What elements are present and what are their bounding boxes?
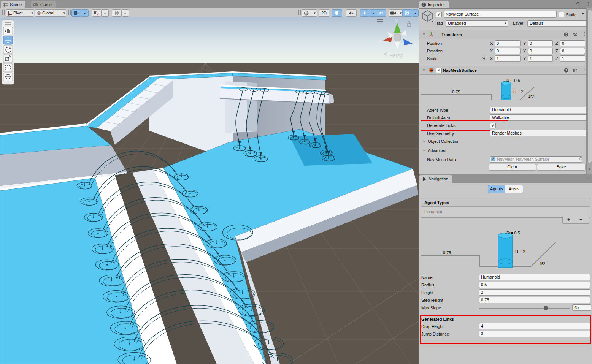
help-icon[interactable]: ? [564,68,568,73]
help-icon[interactable]: ? [564,32,568,37]
svg-text:?: ? [565,68,567,72]
rotation-x-field[interactable]: 0 [495,48,521,54]
toolbar-separator [68,10,71,15]
advanced-foldout[interactable]: Advanced [428,147,446,154]
scale-y-field[interactable]: 1 [528,55,553,62]
rotation-z-field[interactable]: 0 [560,48,585,54]
shading-mode-button[interactable]: ▾ [302,9,317,17]
gameobject-active-checkbox[interactable]: ✓ [436,12,442,17]
position-x-field[interactable]: 0 [495,40,521,46]
default-area-dropdown[interactable]: Walkable▾ [490,114,590,121]
gameobject-name-field[interactable]: NavMesh Surface [444,11,557,18]
inspector-menu-icon[interactable]: ⋮ [586,1,590,6]
grid-snap-button[interactable] [92,9,102,17]
agent-type-row-humanoid[interactable]: Humanoid [424,209,443,215]
game-icon [33,3,38,7]
scale-z-field[interactable]: 1 [560,55,585,62]
drop-height-field[interactable]: 4 [479,323,590,329]
navmeshsurface-enabled-checkbox[interactable]: ✓ [436,68,442,73]
position-z-field[interactable]: 0 [560,40,585,46]
agents-tab-button[interactable]: Agents [488,185,505,193]
effects-toggle[interactable] [360,9,370,17]
rect-tool[interactable] [3,63,13,72]
max-slope-slider-track[interactable] [479,308,570,309]
navmeshsurface-header[interactable]: ▼ ✓ NavMeshSurface ? ⋮ [419,66,587,75]
navigation-menu-icon[interactable]: ⋮ [587,176,591,181]
static-checkbox[interactable] [559,12,564,17]
gizmos-caret[interactable]: ▾ [412,9,419,17]
height-field[interactable]: 2 [479,289,590,296]
foldout-icon[interactable]: ► [423,149,426,152]
grid-visibility-button[interactable]: Y [71,9,81,17]
camera-settings-button[interactable]: ▾ [389,9,403,17]
clear-button[interactable]: Clear [489,164,536,171]
bake-button[interactable]: Bake [537,164,586,171]
step-height-field[interactable]: 0.75 [479,297,590,303]
toolbar-handle[interactable] [2,10,5,15]
gameobject-cube-icon[interactable] [421,10,434,23]
link-broken-icon[interactable] [481,56,486,60]
static-caret[interactable]: ▾ [582,12,584,16]
transform-header[interactable]: ▼ Transform ? ⋮ [419,30,587,39]
lock-icon[interactable] [575,2,580,6]
jump-distance-field[interactable]: 3 [479,331,590,337]
check-icon: ✓ [437,68,441,73]
check-icon: ✓ [437,12,441,17]
scene-canvas[interactable]: y x z Persp [0,17,419,364]
presets-icon[interactable] [572,32,577,37]
audio-toggle[interactable] [346,9,357,17]
generate-links-checkbox[interactable]: ✓ [490,123,496,128]
axis-x-label: X [490,55,493,62]
hand-tool[interactable] [3,27,13,35]
scale-x-field[interactable]: 1 [495,55,521,62]
add-agent-button[interactable]: + [567,217,570,222]
foldout-icon[interactable]: ► [423,139,426,143]
2d-toggle[interactable]: 2D [319,9,329,17]
tab-game[interactable]: Game [31,1,56,8]
name-field[interactable]: Humanoid [479,274,590,280]
max-slope-field[interactable]: 45 [572,304,591,311]
grid-visibility-caret[interactable]: ▾ [81,9,89,17]
move-tool[interactable] [3,36,13,44]
axis-x-label: X [490,48,493,54]
remove-agent-button[interactable]: − [579,217,582,222]
eye-slash-icon [378,11,384,15]
tab-scene[interactable]: Scene [1,1,25,8]
global-button[interactable]: Global ▾ [35,9,66,17]
pivot-button[interactable]: Pivot ▾ [6,9,34,17]
scrollbar-thumb[interactable] [587,9,592,163]
camera-icon [390,11,396,15]
areas-tab-button[interactable]: Areas [505,185,523,193]
tab-inspector[interactable]: Inspector [419,1,449,8]
layer-dropdown[interactable]: Default▾ [527,20,591,27]
radius-field[interactable]: 0.5 [479,282,590,288]
gizmo-y-label: y [395,18,398,22]
agent-type-dropdown[interactable]: Humanoid▾ [490,107,590,113]
tag-dropdown[interactable]: Untagged▾ [446,20,508,27]
inspector-scrollbar[interactable]: ▼ [586,8,592,174]
rotation-y-field[interactable]: 0 [528,48,553,54]
use-geometry-dropdown[interactable]: Render Meshes▾ [490,130,590,136]
max-slope-slider-knob[interactable] [544,306,548,310]
scale-tool[interactable] [3,54,13,63]
presets-icon[interactable] [572,68,577,73]
gizmos-toggle[interactable] [402,9,412,17]
snap-increment-caret[interactable]: ▾ [121,9,129,17]
rotate-tool[interactable] [3,45,13,54]
navmeshsurface-title: NavMeshSurface [443,67,477,73]
max-slope-label: Max Slope [421,305,441,311]
object-picker-icon[interactable]: ⊙ [579,156,582,161]
scrollbar-down-arrow[interactable]: ▼ [588,168,591,171]
lighting-toggle[interactable] [332,9,342,17]
persp-label[interactable]: Persp [389,52,403,59]
object-collection-foldout[interactable]: Object Collection [428,138,459,144]
scene-visibility-toggle[interactable] [376,9,386,17]
position-y-field[interactable]: 0 [528,40,553,46]
axis-z-label: Z [555,48,558,54]
snap-increment-button[interactable] [112,9,122,17]
tab-navigation[interactable]: Navigation [419,175,452,183]
grid-snap-caret[interactable]: ▾ [101,9,109,17]
agent-type-label: Agent Type [427,107,448,113]
nav-mesh-data-field[interactable]: NavMesh-NavMesh Surface [490,156,582,163]
transform-tool[interactable] [3,73,13,81]
